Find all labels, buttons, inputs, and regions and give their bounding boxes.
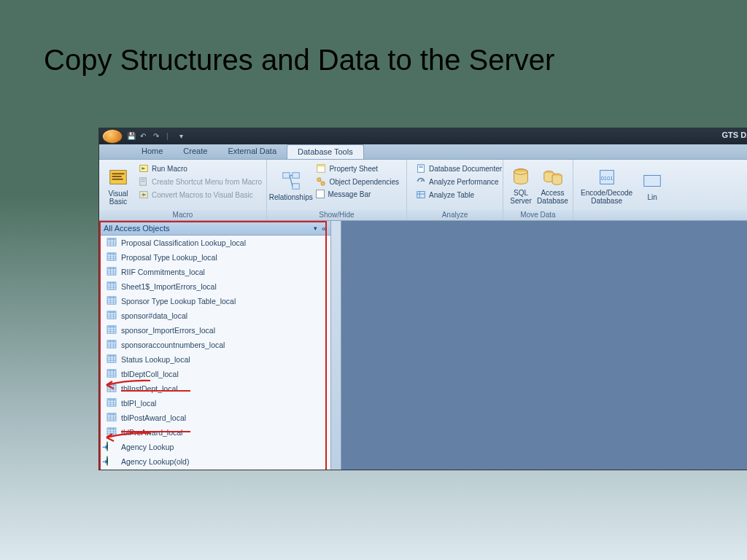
table-icon [107, 281, 117, 292]
nav-item-table[interactable]: tblPreAward_local [99, 425, 330, 440]
property-sheet-button[interactable]: Property Sheet [313, 163, 402, 174]
svg-rect-112 [107, 428, 116, 430]
nav-item-table[interactable]: RIIF Commitments_local [99, 265, 330, 279]
access-screenshot: 💾 ↶ ↷ | ▾ GTS DAT Home Create External D… [98, 128, 747, 470]
workspace: All Access Objects ▾ « Proposal Classifi… [99, 221, 747, 470]
tab-database-tools[interactable]: Database Tools [287, 144, 364, 159]
nav-item-table[interactable]: sponsor#data_local [99, 308, 330, 323]
move-data-group-label: Move Data [503, 210, 573, 220]
nav-item-label: Agency Lookup(old) [121, 457, 189, 466]
nav-item-linked[interactable]: ➜Agency Lookup [99, 440, 330, 454]
analyze-performance-button[interactable]: Analyze Performance [413, 176, 505, 187]
shortcut-menu-icon [139, 176, 149, 187]
tab-create[interactable]: Create [173, 144, 217, 159]
save-icon[interactable]: 💾 [127, 132, 136, 141]
nav-item-table[interactable]: tblPI_local [99, 396, 330, 411]
svg-rect-19 [418, 165, 425, 173]
visual-basic-label: Visual Basic [108, 190, 128, 206]
svg-rect-76 [107, 341, 116, 343]
nav-pane-header[interactable]: All Access Objects ▾ « [99, 221, 330, 236]
nav-object-list[interactable]: Proposal Classification Lookup_localProp… [99, 236, 330, 470]
access-db-label: Access Database [537, 190, 568, 205]
analyze-group-label: Analyze [407, 210, 503, 220]
run-macro-icon [139, 163, 149, 174]
documenter-icon [416, 163, 426, 174]
svg-rect-46 [107, 268, 116, 270]
svg-rect-32 [644, 176, 661, 187]
svg-rect-15 [317, 165, 325, 167]
nav-item-label: tblPI_local [121, 399, 156, 408]
nav-item-label: sponsoraccountnumbers_local [121, 341, 225, 349]
nav-item-label: Sponsor Type Lookup Table_local [121, 297, 236, 306]
svg-rect-11 [293, 173, 299, 179]
svg-rect-6 [142, 179, 145, 180]
analyze-table-label: Analyze Table [429, 191, 474, 199]
documenter-label: Database Documenter [429, 165, 502, 173]
titlebar: 💾 ↶ ↷ | ▾ GTS DAT [99, 128, 747, 144]
tab-home[interactable]: Home [131, 144, 173, 159]
analyze-table-button[interactable]: Analyze Table [413, 189, 505, 201]
access-database-button[interactable]: Access Database [535, 161, 570, 210]
nav-item-table[interactable]: sponsoraccountnumbers_local [99, 338, 330, 352]
nav-item-label: tblPreAward_local [121, 428, 182, 437]
nav-item-table[interactable]: Sponsor Type Lookup Table_local [99, 294, 330, 308]
visual-basic-button[interactable]: Visual Basic [102, 161, 134, 210]
nav-item-table[interactable]: Sheet1$_ImportErrors_local [99, 279, 330, 294]
convert-macros-icon [139, 190, 149, 200]
message-bar-button[interactable]: Message Bar [313, 189, 402, 199]
undo-icon[interactable]: ↶ [140, 132, 149, 141]
database-documenter-button[interactable]: Database Documenter [413, 163, 505, 174]
relationships-button[interactable]: Relationships [270, 161, 311, 210]
nav-item-label: sponsor_ImportErrors_local [121, 326, 215, 335]
group-database-tools: 0101 Encode/Decode Database Lin [573, 160, 747, 220]
nav-item-label: RIIF Commitments_local [121, 268, 205, 276]
qat-more-icon[interactable]: ▾ [179, 132, 188, 141]
office-button[interactable] [102, 129, 123, 144]
svg-rect-58 [107, 297, 116, 299]
object-dependencies-icon [316, 176, 326, 187]
sql-server-button[interactable]: SQL Server [506, 161, 535, 210]
show-hide-group-label: Show/Hide [267, 210, 406, 220]
svg-rect-3 [112, 178, 123, 179]
svg-text:0101: 0101 [600, 175, 613, 182]
svg-rect-1 [112, 173, 125, 174]
nav-item-linked[interactable]: ➜Agency Program Lookup [99, 469, 330, 470]
linked-table-manager-button[interactable]: Lin [637, 161, 667, 210]
svg-line-13 [290, 176, 293, 187]
checkbox-icon[interactable] [316, 190, 325, 198]
nav-item-table[interactable]: sponsor_ImportErrors_local [99, 323, 330, 338]
shutter-bar-button[interactable] [331, 221, 341, 470]
nav-item-table[interactable]: tblDeptColl_local [99, 367, 330, 381]
redo-icon[interactable]: ↷ [153, 132, 162, 141]
run-macro-button[interactable]: Run Macro [136, 163, 265, 174]
svg-rect-34 [107, 238, 116, 241]
sql-server-icon [510, 166, 532, 188]
table-icon [107, 413, 117, 423]
svg-line-22 [421, 179, 423, 182]
svg-rect-21 [419, 167, 422, 168]
nav-dropdown-icon[interactable]: ▾ [314, 225, 317, 232]
nav-collapse-icon[interactable]: « [322, 224, 326, 233]
table-icon [107, 427, 117, 438]
analyze-table-icon [416, 190, 426, 200]
svg-rect-40 [107, 253, 116, 255]
encode-decode-button[interactable]: 0101 Encode/Decode Database [576, 161, 637, 210]
nav-item-label: Sheet1$_ImportErrors_local [121, 282, 217, 291]
object-dependencies-label: Object Dependencies [329, 178, 399, 186]
svg-rect-94 [107, 384, 116, 386]
nav-item-label: Status Lookup_local [121, 355, 190, 364]
svg-rect-23 [417, 192, 425, 198]
svg-rect-64 [107, 311, 116, 314]
nav-item-table[interactable]: tblPostAward_local [99, 411, 330, 425]
convert-macros-button: Convert Macros to Visual Basic [136, 189, 265, 201]
nav-item-table[interactable]: tblInstDept_local [99, 381, 330, 396]
tab-external-data[interactable]: External Data [217, 144, 287, 159]
nav-item-linked[interactable]: ➜Agency Lookup(old) [99, 454, 330, 469]
nav-item-table[interactable]: Proposal Type Lookup_local [99, 250, 330, 265]
nav-item-table[interactable]: Status Lookup_local [99, 352, 330, 367]
svg-line-18 [321, 181, 322, 182]
nav-item-table[interactable]: Proposal Classification Lookup_local [99, 236, 330, 250]
object-dependencies-button[interactable]: Object Dependencies [313, 176, 402, 187]
nav-item-label: tblInstDept_local [121, 384, 178, 393]
group-move-data: SQL Server Access Database Move Data [503, 160, 573, 220]
